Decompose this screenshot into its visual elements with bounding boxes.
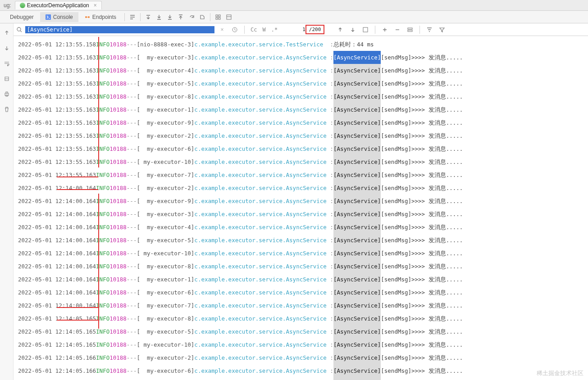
timestamp: 2022-05-01 12:14:00.164 bbox=[18, 260, 96, 273]
select-all-icon[interactable] bbox=[360, 25, 370, 35]
print-icon[interactable] bbox=[2, 89, 12, 99]
tab-endpoints[interactable]: Endpoints bbox=[79, 12, 122, 22]
regex-toggle[interactable]: .* bbox=[270, 27, 279, 33]
log-line[interactable]: 2022-05-01 12:14:00.164 INFO 10188 --- [… bbox=[18, 208, 588, 221]
thread: [ my-executor-9] bbox=[137, 116, 194, 129]
log-level: INFO bbox=[96, 116, 109, 129]
dashes: --- bbox=[127, 195, 137, 208]
down-arrow-icon[interactable] bbox=[2, 43, 12, 53]
scroll-to-end-icon[interactable] bbox=[143, 12, 153, 22]
highlight-token: [AsyncService] bbox=[333, 195, 381, 208]
log-line[interactable]: 2022-05-01 12:14:00.164 INFO 10188 --- [… bbox=[18, 273, 588, 286]
log-line[interactable]: 2022-05-01 12:13:55.163 INFO 10188 --- [… bbox=[18, 51, 588, 64]
filter-list-icon[interactable] bbox=[424, 25, 434, 35]
log-line[interactable]: 2022-05-01 12:14:05.165 INFO 10188 --- [… bbox=[18, 338, 588, 351]
search-input[interactable] bbox=[25, 26, 214, 33]
filter-icon[interactable] bbox=[437, 25, 447, 35]
console-log-area[interactable]: 2022-05-01 12:13:55.158 INFO 10188 --- [… bbox=[14, 36, 588, 380]
log-line[interactable]: 2022-05-01 12:14:00.164 INFO 10188 --- [… bbox=[18, 181, 588, 195]
next-match-icon[interactable] bbox=[348, 25, 358, 35]
logger: c.example.executor.service.AsyncService bbox=[194, 260, 330, 273]
timestamp: 2022-05-01 12:14:05.166 bbox=[18, 364, 96, 377]
layout-icon[interactable] bbox=[224, 12, 234, 22]
timestamp: 2022-05-01 12:14:00.164 bbox=[18, 234, 96, 247]
log-line[interactable]: 2022-05-01 12:13:55.163 INFO 10188 --- [… bbox=[18, 77, 588, 90]
log-line[interactable]: 2022-05-01 12:13:55.163 INFO 10188 --- [… bbox=[18, 103, 588, 116]
log-line[interactable]: 2022-05-01 12:14:00.164 INFO 10188 --- [… bbox=[18, 260, 588, 273]
wrap-icon[interactable] bbox=[2, 59, 12, 68]
download2-icon[interactable] bbox=[165, 12, 175, 22]
match-case-toggle[interactable]: Cc bbox=[249, 27, 258, 33]
pid: 10188 bbox=[109, 377, 127, 380]
dashes: --- bbox=[127, 51, 137, 64]
pid: 10188 bbox=[109, 195, 127, 208]
words-toggle[interactable]: W bbox=[261, 27, 267, 33]
grid-icon[interactable] bbox=[213, 12, 223, 22]
log-message: [sendMsg]>>>> 发消息..... bbox=[381, 351, 463, 364]
log-message: [sendMsg]>>>> 发消息..... bbox=[381, 273, 463, 286]
prev-match-icon[interactable] bbox=[335, 25, 345, 35]
log-line[interactable]: 2022-05-01 12:14:05.166 INFO 10188 --- [… bbox=[18, 364, 588, 377]
log-line[interactable]: 2022-05-01 12:14:00.164 INFO 10188 --- [… bbox=[18, 221, 588, 234]
pid: 10188 bbox=[109, 221, 127, 234]
log-level: INFO bbox=[96, 273, 109, 286]
tab-debugger[interactable]: Debugger bbox=[5, 12, 39, 22]
log-line[interactable]: 2022-05-01 12:14:05.165 INFO 10188 --- [… bbox=[18, 325, 588, 338]
export-icon[interactable] bbox=[197, 12, 207, 22]
download-icon[interactable] bbox=[154, 12, 164, 22]
soft-wrap-icon[interactable] bbox=[128, 12, 137, 22]
log-message: [sendMsg]>>>> 发消息..... bbox=[381, 195, 463, 208]
run-config-tab[interactable]: ExecutorDemoApplication × bbox=[15, 1, 102, 9]
log-level: INFO bbox=[96, 338, 109, 351]
thread: [ my-executor-8] bbox=[137, 312, 194, 325]
clear-search-icon[interactable]: × bbox=[217, 25, 227, 35]
log-line[interactable]: 2022-05-01 12:13:55.163 INFO 10188 --- [… bbox=[18, 64, 588, 77]
log-line[interactable]: 2022-05-01 12:13:55.163 INFO 10188 --- [… bbox=[18, 168, 588, 181]
log-line[interactable]: 2022-05-01 12:14:00.164 INFO 10188 --- [… bbox=[18, 195, 588, 208]
log-line[interactable]: 2022-05-01 12:14:05.165 INFO 10188 --- [… bbox=[18, 312, 588, 325]
thread: [ my-executor-6] bbox=[137, 286, 194, 299]
pid: 10188 bbox=[109, 142, 127, 155]
log-message: [sendMsg]>>>> 发消息..... bbox=[381, 208, 463, 221]
logger: c.example.executor.service.AsyncService bbox=[194, 286, 330, 299]
add-selection-icon[interactable] bbox=[380, 25, 390, 35]
log-line[interactable]: 2022-05-01 12:13:55.163 INFO 10188 --- [… bbox=[18, 142, 588, 155]
redo-icon[interactable] bbox=[187, 12, 196, 22]
log-line[interactable]: 2022-05-01 12:14:00.164 INFO 10188 --- [… bbox=[18, 234, 588, 247]
logger: c.example.executor.service.AsyncService bbox=[194, 273, 330, 286]
timestamp: 2022-05-01 12:13:55.158 bbox=[18, 38, 96, 51]
log-message: [sendMsg]>>>> 发消息..... bbox=[381, 168, 463, 181]
highlight-token: [AsyncService] bbox=[333, 286, 381, 299]
select-occurrences-icon[interactable] bbox=[405, 25, 415, 35]
history-icon[interactable] bbox=[230, 25, 240, 35]
log-line[interactable]: 2022-05-01 12:13:55.163 INFO 10188 --- [… bbox=[18, 129, 588, 142]
highlight-token: [AsyncService] bbox=[333, 364, 381, 377]
log-line[interactable]: 2022-05-01 12:14:05.166 INFO 10188 --- [… bbox=[18, 377, 588, 380]
log-line[interactable]: 2022-05-01 12:13:55.158 INFO 10188 --- [… bbox=[18, 38, 588, 51]
dashes: --- bbox=[127, 234, 137, 247]
dashes: --- bbox=[127, 260, 137, 273]
remove-selection-icon[interactable] bbox=[392, 25, 402, 35]
thread: [ my-executor-1] bbox=[137, 273, 194, 286]
upload-icon[interactable] bbox=[176, 12, 186, 22]
log-line[interactable]: 2022-05-01 12:13:55.163 INFO 10188 --- [… bbox=[18, 155, 588, 168]
close-icon[interactable]: × bbox=[94, 2, 97, 9]
up-arrow-icon[interactable] bbox=[2, 28, 12, 38]
trash-icon[interactable] bbox=[2, 104, 12, 114]
scroll-icon[interactable] bbox=[2, 74, 12, 84]
timestamp: 2022-05-01 12:14:00.164 bbox=[18, 181, 96, 195]
pid: 10188 bbox=[109, 38, 127, 51]
log-line[interactable]: 2022-05-01 12:13:55.163 INFO 10188 --- [… bbox=[18, 90, 588, 103]
log-line[interactable]: 2022-05-01 12:13:55.163 INFO 10188 --- [… bbox=[18, 116, 588, 129]
log-line[interactable]: 2022-05-01 12:14:00.164 INFO 10188 --- [… bbox=[18, 286, 588, 299]
dashes: --- bbox=[127, 351, 137, 364]
svg-rect-3 bbox=[216, 15, 218, 17]
log-line[interactable]: 2022-05-01 12:14:00.164 INFO 10188 --- [… bbox=[18, 247, 588, 260]
timestamp: 2022-05-01 12:13:55.163 bbox=[18, 155, 96, 168]
timestamp: 2022-05-01 12:13:55.163 bbox=[18, 77, 96, 90]
log-line[interactable]: 2022-05-01 12:14:00.164 INFO 10188 --- [… bbox=[18, 299, 588, 312]
log-line[interactable]: 2022-05-01 12:14:05.166 INFO 10188 --- [… bbox=[18, 351, 588, 364]
svg-rect-13 bbox=[363, 27, 368, 32]
highlight-token: [AsyncService] bbox=[333, 155, 381, 168]
tab-console[interactable]: Console bbox=[40, 12, 78, 22]
